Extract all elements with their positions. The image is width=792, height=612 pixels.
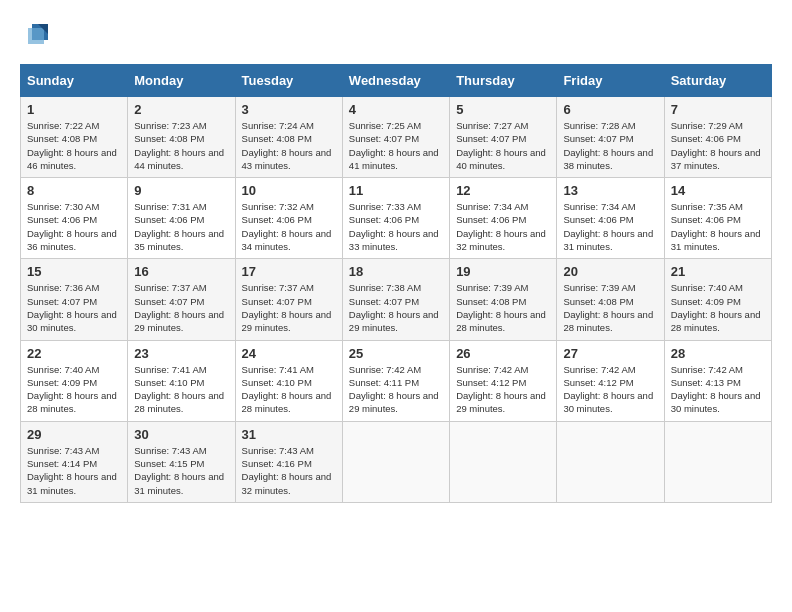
calendar-cell: 20 Sunrise: 7:39 AM Sunset: 4:08 PM Dayl… [557,259,664,340]
calendar-cell: 26 Sunrise: 7:42 AM Sunset: 4:12 PM Dayl… [450,340,557,421]
calendar-cell [342,421,449,502]
day-info: Sunrise: 7:29 AM Sunset: 4:06 PM Dayligh… [671,119,765,172]
day-info: Sunrise: 7:37 AM Sunset: 4:07 PM Dayligh… [242,281,336,334]
day-number: 15 [27,264,121,279]
day-number: 29 [27,427,121,442]
calendar-cell: 29 Sunrise: 7:43 AM Sunset: 4:14 PM Dayl… [21,421,128,502]
calendar-table: SundayMondayTuesdayWednesdayThursdayFrid… [20,64,772,503]
day-info: Sunrise: 7:34 AM Sunset: 4:06 PM Dayligh… [563,200,657,253]
calendar-cell: 6 Sunrise: 7:28 AM Sunset: 4:07 PM Dayli… [557,97,664,178]
header-row: SundayMondayTuesdayWednesdayThursdayFrid… [21,65,772,97]
calendar-cell: 11 Sunrise: 7:33 AM Sunset: 4:06 PM Dayl… [342,178,449,259]
column-header-tuesday: Tuesday [235,65,342,97]
day-info: Sunrise: 7:37 AM Sunset: 4:07 PM Dayligh… [134,281,228,334]
day-info: Sunrise: 7:33 AM Sunset: 4:06 PM Dayligh… [349,200,443,253]
column-header-monday: Monday [128,65,235,97]
column-header-sunday: Sunday [21,65,128,97]
calendar-cell: 30 Sunrise: 7:43 AM Sunset: 4:15 PM Dayl… [128,421,235,502]
calendar-cell: 3 Sunrise: 7:24 AM Sunset: 4:08 PM Dayli… [235,97,342,178]
calendar-cell: 14 Sunrise: 7:35 AM Sunset: 4:06 PM Dayl… [664,178,771,259]
day-number: 11 [349,183,443,198]
day-info: Sunrise: 7:39 AM Sunset: 4:08 PM Dayligh… [563,281,657,334]
column-header-thursday: Thursday [450,65,557,97]
day-number: 17 [242,264,336,279]
day-info: Sunrise: 7:38 AM Sunset: 4:07 PM Dayligh… [349,281,443,334]
week-row-4: 22 Sunrise: 7:40 AM Sunset: 4:09 PM Dayl… [21,340,772,421]
calendar-cell [450,421,557,502]
column-header-friday: Friday [557,65,664,97]
day-number: 7 [671,102,765,117]
week-row-2: 8 Sunrise: 7:30 AM Sunset: 4:06 PM Dayli… [21,178,772,259]
calendar-cell: 1 Sunrise: 7:22 AM Sunset: 4:08 PM Dayli… [21,97,128,178]
day-info: Sunrise: 7:43 AM Sunset: 4:14 PM Dayligh… [27,444,121,497]
calendar-cell: 22 Sunrise: 7:40 AM Sunset: 4:09 PM Dayl… [21,340,128,421]
day-info: Sunrise: 7:42 AM Sunset: 4:12 PM Dayligh… [563,363,657,416]
day-number: 16 [134,264,228,279]
calendar-cell: 28 Sunrise: 7:42 AM Sunset: 4:13 PM Dayl… [664,340,771,421]
day-info: Sunrise: 7:27 AM Sunset: 4:07 PM Dayligh… [456,119,550,172]
day-info: Sunrise: 7:42 AM Sunset: 4:11 PM Dayligh… [349,363,443,416]
calendar-cell: 31 Sunrise: 7:43 AM Sunset: 4:16 PM Dayl… [235,421,342,502]
calendar-cell: 8 Sunrise: 7:30 AM Sunset: 4:06 PM Dayli… [21,178,128,259]
day-number: 3 [242,102,336,117]
day-info: Sunrise: 7:30 AM Sunset: 4:06 PM Dayligh… [27,200,121,253]
day-info: Sunrise: 7:23 AM Sunset: 4:08 PM Dayligh… [134,119,228,172]
day-info: Sunrise: 7:35 AM Sunset: 4:06 PM Dayligh… [671,200,765,253]
calendar-cell: 21 Sunrise: 7:40 AM Sunset: 4:09 PM Dayl… [664,259,771,340]
day-number: 1 [27,102,121,117]
calendar-cell: 9 Sunrise: 7:31 AM Sunset: 4:06 PM Dayli… [128,178,235,259]
svg-marker-1 [28,28,44,44]
day-info: Sunrise: 7:41 AM Sunset: 4:10 PM Dayligh… [134,363,228,416]
day-info: Sunrise: 7:34 AM Sunset: 4:06 PM Dayligh… [456,200,550,253]
day-number: 24 [242,346,336,361]
calendar-cell: 17 Sunrise: 7:37 AM Sunset: 4:07 PM Dayl… [235,259,342,340]
day-info: Sunrise: 7:40 AM Sunset: 4:09 PM Dayligh… [671,281,765,334]
logo-icon [24,20,52,48]
week-row-5: 29 Sunrise: 7:43 AM Sunset: 4:14 PM Dayl… [21,421,772,502]
day-info: Sunrise: 7:43 AM Sunset: 4:15 PM Dayligh… [134,444,228,497]
day-number: 27 [563,346,657,361]
column-header-wednesday: Wednesday [342,65,449,97]
day-info: Sunrise: 7:42 AM Sunset: 4:12 PM Dayligh… [456,363,550,416]
calendar-cell [664,421,771,502]
page-header [20,20,772,48]
week-row-3: 15 Sunrise: 7:36 AM Sunset: 4:07 PM Dayl… [21,259,772,340]
calendar-cell: 5 Sunrise: 7:27 AM Sunset: 4:07 PM Dayli… [450,97,557,178]
day-info: Sunrise: 7:42 AM Sunset: 4:13 PM Dayligh… [671,363,765,416]
calendar-cell: 10 Sunrise: 7:32 AM Sunset: 4:06 PM Dayl… [235,178,342,259]
calendar-cell: 15 Sunrise: 7:36 AM Sunset: 4:07 PM Dayl… [21,259,128,340]
day-number: 12 [456,183,550,198]
day-number: 28 [671,346,765,361]
day-info: Sunrise: 7:22 AM Sunset: 4:08 PM Dayligh… [27,119,121,172]
day-number: 6 [563,102,657,117]
day-number: 26 [456,346,550,361]
day-info: Sunrise: 7:25 AM Sunset: 4:07 PM Dayligh… [349,119,443,172]
column-header-saturday: Saturday [664,65,771,97]
calendar-cell: 16 Sunrise: 7:37 AM Sunset: 4:07 PM Dayl… [128,259,235,340]
day-number: 14 [671,183,765,198]
day-number: 18 [349,264,443,279]
day-info: Sunrise: 7:32 AM Sunset: 4:06 PM Dayligh… [242,200,336,253]
week-row-1: 1 Sunrise: 7:22 AM Sunset: 4:08 PM Dayli… [21,97,772,178]
calendar-cell: 23 Sunrise: 7:41 AM Sunset: 4:10 PM Dayl… [128,340,235,421]
day-number: 21 [671,264,765,279]
day-number: 31 [242,427,336,442]
calendar-cell: 13 Sunrise: 7:34 AM Sunset: 4:06 PM Dayl… [557,178,664,259]
day-number: 19 [456,264,550,279]
day-info: Sunrise: 7:24 AM Sunset: 4:08 PM Dayligh… [242,119,336,172]
day-info: Sunrise: 7:43 AM Sunset: 4:16 PM Dayligh… [242,444,336,497]
calendar-cell: 7 Sunrise: 7:29 AM Sunset: 4:06 PM Dayli… [664,97,771,178]
calendar-cell: 27 Sunrise: 7:42 AM Sunset: 4:12 PM Dayl… [557,340,664,421]
calendar-cell: 2 Sunrise: 7:23 AM Sunset: 4:08 PM Dayli… [128,97,235,178]
day-number: 20 [563,264,657,279]
day-number: 8 [27,183,121,198]
calendar-cell: 18 Sunrise: 7:38 AM Sunset: 4:07 PM Dayl… [342,259,449,340]
day-info: Sunrise: 7:40 AM Sunset: 4:09 PM Dayligh… [27,363,121,416]
calendar-cell: 24 Sunrise: 7:41 AM Sunset: 4:10 PM Dayl… [235,340,342,421]
day-info: Sunrise: 7:31 AM Sunset: 4:06 PM Dayligh… [134,200,228,253]
day-number: 13 [563,183,657,198]
calendar-cell [557,421,664,502]
day-info: Sunrise: 7:36 AM Sunset: 4:07 PM Dayligh… [27,281,121,334]
day-info: Sunrise: 7:41 AM Sunset: 4:10 PM Dayligh… [242,363,336,416]
day-number: 22 [27,346,121,361]
